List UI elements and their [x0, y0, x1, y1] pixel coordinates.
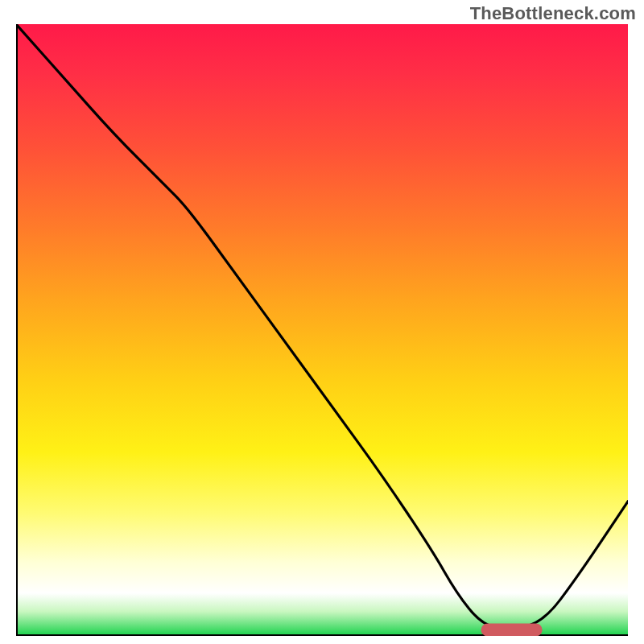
- plot-area: [16, 24, 628, 636]
- chart-stage: TheBottleneck.com: [0, 0, 644, 644]
- optimum-marker: [16, 24, 628, 636]
- watermark-label: TheBottleneck.com: [470, 3, 636, 24]
- svg-rect-2: [481, 623, 543, 636]
